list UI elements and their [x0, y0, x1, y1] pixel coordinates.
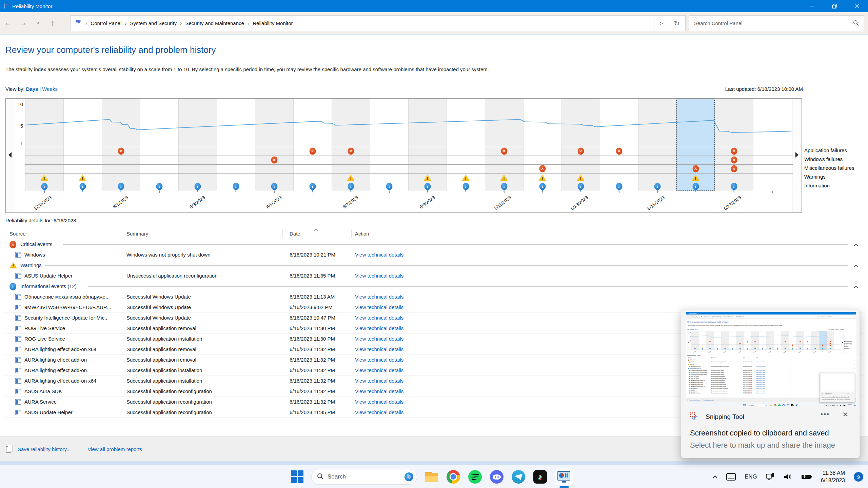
event-info-marker[interactable]: i — [41, 183, 47, 190]
event-error-marker[interactable]: ✕ — [731, 165, 737, 172]
event-warning-marker[interactable]: ! — [577, 175, 585, 181]
event-warning-marker[interactable]: ! — [347, 175, 355, 181]
tray-network-icon[interactable] — [766, 473, 775, 481]
table-row[interactable]: ASUS Update HelperUnsuccessful applicati… — [5, 271, 863, 281]
event-error-marker[interactable]: ✕ — [348, 148, 354, 155]
event-warning-marker[interactable]: ! — [424, 175, 431, 181]
taskbar-telegram-icon[interactable] — [511, 470, 526, 484]
view-by-days-link[interactable]: Days — [26, 86, 38, 92]
event-warning-marker[interactable]: ! — [462, 175, 470, 181]
event-info-marker[interactable]: i — [233, 183, 239, 190]
event-warning-marker[interactable]: ! — [692, 175, 699, 181]
event-info-marker[interactable]: i — [462, 183, 469, 190]
taskbar-reliability-monitor-active-icon[interactable] — [555, 468, 573, 486]
tray-battery-icon[interactable] — [801, 474, 812, 480]
event-info-marker[interactable]: i — [156, 183, 162, 190]
tray-volume-icon[interactable] — [784, 473, 792, 481]
view-technical-details-link[interactable]: View technical details — [355, 304, 403, 310]
notification-close-icon[interactable]: × — [843, 409, 848, 420]
tray-touchpad-icon[interactable] — [726, 473, 736, 481]
column-header-action[interactable]: Action — [355, 231, 369, 237]
event-info-marker[interactable]: i — [424, 183, 431, 190]
close-button[interactable] — [846, 0, 868, 12]
view-technical-details-link[interactable]: View technical details — [355, 273, 403, 279]
taskbar-search[interactable]: Search b — [311, 469, 417, 485]
notification-count-badge[interactable]: 9 — [854, 472, 863, 482]
event-warning-marker[interactable]: ! — [41, 175, 48, 181]
view-technical-details-link[interactable]: View technical details — [355, 367, 403, 373]
event-info-marker[interactable]: i — [654, 183, 660, 190]
group-row[interactable]: iInformational events (12) — [5, 281, 863, 292]
tray-show-hidden-icons-chevron[interactable] — [713, 475, 717, 479]
event-warning-marker[interactable]: ! — [79, 175, 86, 181]
event-info-marker[interactable]: i — [616, 183, 622, 190]
view-technical-details-link[interactable]: View technical details — [355, 252, 403, 258]
back-icon[interactable]: ← — [0, 19, 16, 27]
event-error-marker[interactable]: ✕ — [271, 157, 277, 164]
column-header-date[interactable]: Date — [290, 231, 300, 237]
tray-language-label[interactable]: ENG — [745, 473, 757, 480]
previous-locations-chevron-icon[interactable]: ˃ — [660, 20, 663, 26]
forward-icon[interactable]: → — [16, 19, 31, 27]
view-technical-details-link[interactable]: View technical details — [355, 315, 403, 321]
refresh-icon[interactable]: ↻ — [674, 19, 680, 27]
table-row[interactable]: Обновление механизма обнаруже...Successf… — [5, 292, 863, 302]
event-error-marker[interactable]: ✕ — [501, 148, 507, 155]
start-button[interactable] — [291, 470, 304, 483]
event-error-marker[interactable]: ✕ — [539, 165, 546, 172]
view-technical-details-link[interactable]: View technical details — [355, 325, 403, 331]
view-technical-details-link[interactable]: View technical details — [355, 294, 403, 300]
view-technical-details-link[interactable]: View technical details — [355, 336, 403, 342]
address-bar[interactable]: ›Control Panel›System and Security›Secur… — [70, 15, 654, 31]
event-info-marker[interactable]: i — [271, 183, 277, 190]
collapse-chevron-icon[interactable] — [854, 264, 858, 268]
view-technical-details-link[interactable]: View technical details — [355, 378, 403, 384]
up-icon[interactable]: ↑ — [45, 19, 60, 27]
taskbar-file-explorer-icon[interactable] — [425, 470, 439, 484]
breadcrumb-item[interactable]: Security and Maintenance — [185, 20, 244, 26]
taskbar-discord-icon[interactable] — [490, 470, 504, 484]
group-row[interactable]: !Warnings — [5, 260, 863, 271]
collapse-chevron-icon[interactable] — [854, 243, 858, 247]
event-info-marker[interactable]: i — [692, 183, 699, 190]
recent-pages-chevron-icon[interactable]: ˃ — [31, 20, 45, 26]
breadcrumb-item[interactable]: Reliability Monitor — [253, 20, 293, 26]
table-row[interactable]: WindowsWindows was not properly shut dow… — [5, 250, 863, 260]
group-row[interactable]: ✕Critical events — [5, 239, 863, 250]
tray-clock[interactable]: 11:38 AM 6/18/2023 — [821, 469, 845, 484]
view-technical-details-link[interactable]: View technical details — [355, 388, 403, 394]
taskbar-tiktok-icon[interactable]: ♪ — [533, 470, 547, 484]
event-error-marker[interactable]: ✕ — [731, 148, 737, 155]
event-info-marker[interactable]: i — [79, 183, 86, 190]
event-info-marker[interactable]: i — [348, 183, 354, 190]
notification-more-icon[interactable]: ••• — [821, 410, 830, 418]
column-header-source[interactable]: Source — [9, 231, 26, 237]
breadcrumb-item[interactable]: Control Panel — [91, 20, 121, 26]
collapse-chevron-icon[interactable] — [854, 285, 858, 289]
event-info-marker[interactable]: i — [194, 183, 201, 190]
minimize-button[interactable] — [801, 0, 823, 12]
chart-scroll-right[interactable] — [792, 99, 802, 212]
control-panel-search-box[interactable]: Search Control Panel — [689, 15, 864, 31]
event-warning-marker[interactable]: ! — [539, 175, 546, 181]
event-info-marker[interactable]: i — [309, 183, 316, 190]
event-error-marker[interactable]: ✕ — [577, 148, 584, 155]
chart-plot-area[interactable]: ✕✕✕✕✕✕✕✕✕✕✕✕!!!!!!!!!iiiiiiiiiiiiiiiiiii… — [25, 99, 793, 212]
taskbar-spotify-icon[interactable] — [468, 470, 482, 484]
screenshot-thumbnail[interactable]: Reliability Monitor ← → ˃ ↑ ›Control Pan… — [686, 312, 856, 406]
event-error-marker[interactable]: ✕ — [692, 165, 699, 172]
view-technical-details-link[interactable]: View technical details — [355, 409, 403, 415]
bing-icon[interactable]: b — [403, 471, 415, 483]
event-error-marker[interactable]: ✕ — [731, 157, 737, 164]
event-error-marker[interactable]: ✕ — [309, 148, 316, 155]
event-warning-marker[interactable]: ! — [500, 175, 508, 181]
view-technical-details-link[interactable]: View technical details — [355, 346, 403, 352]
event-info-marker[interactable]: i — [501, 183, 507, 190]
view-technical-details-link[interactable]: View technical details — [355, 399, 403, 405]
event-info-marker[interactable]: i — [731, 183, 737, 190]
taskbar-chrome-icon[interactable] — [446, 470, 460, 484]
breadcrumb-item[interactable]: System and Security — [130, 20, 177, 26]
event-info-marker[interactable]: i — [577, 183, 584, 190]
column-header-summary[interactable]: Summary — [126, 231, 148, 237]
search-icon[interactable] — [853, 20, 859, 27]
